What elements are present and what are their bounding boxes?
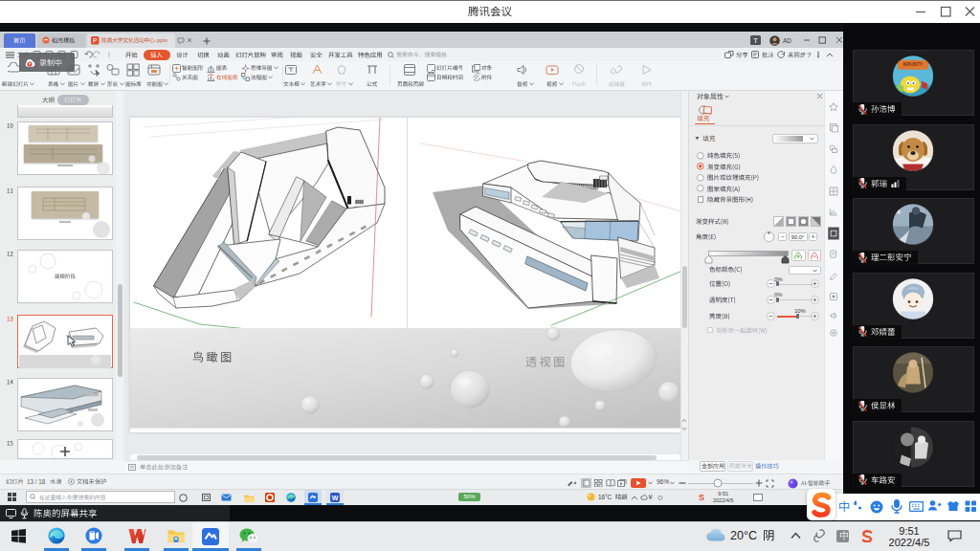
svg-text:KRUSTY: KRUSTY — [903, 61, 924, 67]
svg-text:W: W — [332, 495, 339, 501]
svg-text:S: S — [699, 493, 704, 502]
svg-text:P: P — [93, 37, 97, 44]
svg-text:T: T — [753, 36, 758, 45]
